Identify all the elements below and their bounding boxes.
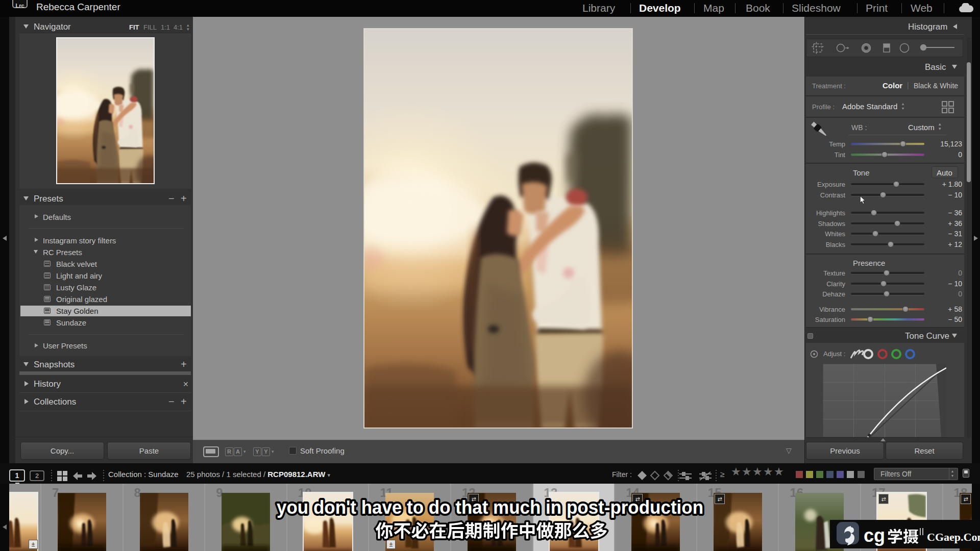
svg-text:CGaep.Com: CGaep.Com — [927, 531, 980, 543]
svg-text:cg: cg — [864, 525, 885, 546]
svg-text:you don't have to do that much: you don't have to do that much in post-p… — [277, 497, 703, 518]
